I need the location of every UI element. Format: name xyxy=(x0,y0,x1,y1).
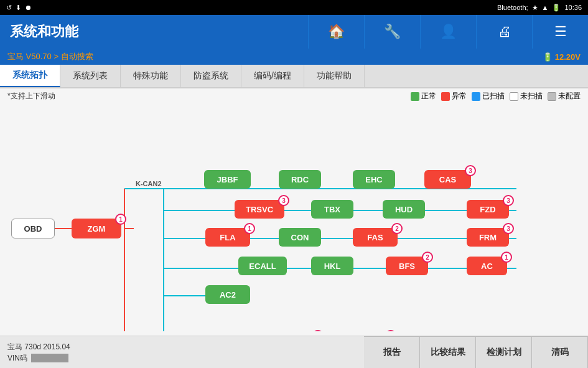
clear-codes-button[interactable]: 清码 xyxy=(532,336,588,369)
legend-unscanned-label: 未扫描 xyxy=(520,91,543,101)
badge-bfs: 2 xyxy=(422,252,433,263)
node-zgm[interactable]: ZGM 1 xyxy=(72,219,121,238)
battery-icon: 🔋 xyxy=(552,4,561,12)
node-tbx[interactable]: TBX xyxy=(311,200,353,219)
time-display: 10:36 xyxy=(564,4,582,11)
legend-blue-box xyxy=(472,92,480,101)
header-icons: 🏠 🔧 👤 🖨 ☰ xyxy=(308,15,588,49)
tab-anti-theft[interactable]: 防盗系统 xyxy=(181,65,241,87)
car-info: 宝马 730d 2015.04 VIN码 xyxy=(0,339,364,366)
tab-coding[interactable]: 编码/编程 xyxy=(241,65,304,87)
header: 系统和功能 🏠 🔧 👤 🖨 ☰ xyxy=(0,15,588,49)
test-plan-button[interactable]: 检测计划 xyxy=(476,336,532,369)
print-button[interactable]: 🖨 xyxy=(476,15,532,49)
tab-system-topology[interactable]: 系统拓扑 xyxy=(0,65,60,87)
compare-results-button[interactable]: 比较结果 xyxy=(420,336,476,369)
legend-unconfigured: 未配置 xyxy=(548,91,581,101)
tab-function-help[interactable]: 功能帮助 xyxy=(304,65,365,87)
bottom-bar: 宝马 730d 2015.04 VIN码 报告 比较结果 检测计划 清码 xyxy=(0,336,588,368)
legend-white-box xyxy=(510,92,518,101)
menu-button[interactable]: ☰ xyxy=(532,15,588,49)
back-icon: ↺ xyxy=(6,4,12,12)
badge-trsvc: 3 xyxy=(278,195,289,206)
node-ehc[interactable]: EHC xyxy=(353,170,395,189)
legend-scanned: 已扫描 xyxy=(472,91,505,101)
legend-bar: *支持上下滑动 正常 异常 已扫描 未扫描 未配置 xyxy=(0,88,588,101)
bluetooth-icon: Bluetooth; xyxy=(497,4,528,11)
report-button[interactable]: 报告 xyxy=(364,336,420,369)
legend-normal: 正常 xyxy=(411,91,436,101)
home-button[interactable]: 🏠 xyxy=(308,15,364,49)
badge-fas: 2 xyxy=(391,223,403,234)
legend-red-box xyxy=(441,92,450,101)
node-hud[interactable]: HUD xyxy=(383,200,425,219)
breadcrumb-path: 宝马 V50.70 > 自动搜索 xyxy=(7,51,93,62)
node-bfs[interactable]: BFS 2 xyxy=(386,257,428,275)
node-ac2[interactable]: AC2 xyxy=(205,285,250,304)
user-button[interactable]: 👤 xyxy=(420,15,476,49)
node-hkl[interactable]: HKL xyxy=(311,257,353,275)
vin-row: VIN码 xyxy=(7,352,357,364)
legend-scanned-label: 已扫描 xyxy=(482,91,505,101)
voltage-display: 🔋 12.20V xyxy=(543,52,581,62)
main-content: *支持上下滑动 正常 异常 已扫描 未扫描 未配置 xyxy=(0,88,588,336)
badge-cas: 3 xyxy=(465,165,476,176)
legend-error-label: 异常 xyxy=(452,91,467,101)
tab-special-function[interactable]: 特殊功能 xyxy=(121,65,181,87)
status-bar-right: Bluetooth; ★ ▲ 🔋 10:36 xyxy=(497,4,582,12)
node-jbbf[interactable]: JBBF xyxy=(204,170,251,189)
scroll-note: *支持上下滑动 xyxy=(7,91,406,101)
page-title: 系统和功能 xyxy=(0,22,308,41)
node-fas[interactable]: FAS 2 xyxy=(353,228,398,247)
status-bar: ↺ ⬇ ⏺ Bluetooth; ★ ▲ 🔋 10:36 xyxy=(0,0,588,15)
legend-gray-box xyxy=(548,92,556,101)
legend-normal-label: 正常 xyxy=(421,91,436,101)
tools-button[interactable]: 🔧 xyxy=(364,15,420,49)
badge-fla: 1 xyxy=(244,223,255,234)
system-diagram: K-CAN2 FLEXRAY OBD ZGM 1 JBBF RDC EHC CA… xyxy=(0,101,588,331)
node-rdc[interactable]: RDC xyxy=(279,170,321,189)
node-fla[interactable]: FLA 1 xyxy=(205,228,250,247)
tab-system-list[interactable]: 系统列表 xyxy=(60,65,121,87)
badge-zgm: 1 xyxy=(115,214,126,225)
car-model: 宝马 730d 2015.04 xyxy=(7,341,357,352)
diagram-inner: K-CAN2 FLEXRAY OBD ZGM 1 JBBF RDC EHC CA… xyxy=(0,101,585,331)
node-fzd[interactable]: FZD 3 xyxy=(467,200,509,219)
breadcrumb: 宝马 V50.70 > 自动搜索 🔋 12.20V xyxy=(0,49,588,65)
status-bar-left: ↺ ⬇ ⏺ xyxy=(6,4,32,12)
nav-tabs: 系统拓扑 系统列表 特殊功能 防盗系统 编码/编程 功能帮助 xyxy=(0,65,588,88)
legend-unconfigured-label: 未配置 xyxy=(558,91,581,101)
legend-unscanned: 未扫描 xyxy=(510,91,543,101)
node-con[interactable]: CON xyxy=(279,228,321,247)
badge-eps: 1 xyxy=(385,330,396,331)
signal-icon: ▲ xyxy=(542,4,549,11)
badge-fzd: 3 xyxy=(503,195,514,206)
kcan-label: K-CAN2 xyxy=(136,180,162,187)
node-cas[interactable]: CAS 3 xyxy=(424,170,471,189)
legend-green-box xyxy=(411,92,419,101)
node-ecall[interactable]: ECALL xyxy=(238,257,287,275)
vin-label: VIN码 xyxy=(7,352,27,364)
node-trsvc[interactable]: TRSVC 3 xyxy=(235,200,284,219)
download-icon: ⬇ xyxy=(16,4,21,12)
badge-icm: 1 xyxy=(312,330,324,331)
record-icon: ⏺ xyxy=(25,4,32,11)
badge-frm: 3 xyxy=(503,223,514,234)
badge-ac: 1 xyxy=(501,252,512,263)
node-frm[interactable]: FRM 3 xyxy=(467,228,509,247)
node-obd[interactable]: OBD xyxy=(11,219,55,238)
node-ac[interactable]: AC 1 xyxy=(467,257,507,275)
legend-error: 异常 xyxy=(441,91,467,101)
wifi-icon: ★ xyxy=(532,4,538,12)
vin-blur xyxy=(31,354,68,362)
